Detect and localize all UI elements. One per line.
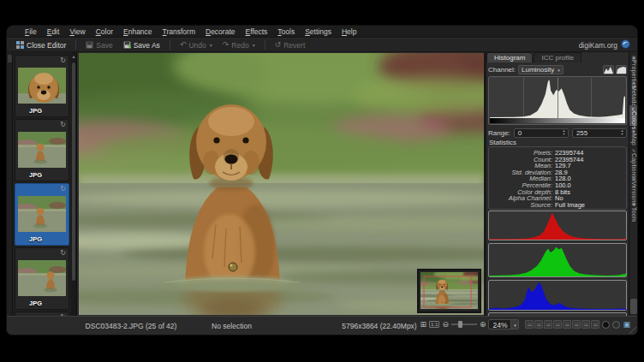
sidebar-tab-map[interactable]: ◉Map [629,128,637,146]
histogram-blue [488,280,627,311]
revert-button[interactable]: ↺ Revert [272,40,308,50]
save-as-button[interactable]: Save As [121,40,163,50]
right-sidebar-tabs: ▣Properties✦Metadata◧Colors◉Map✎Captions… [629,52,637,316]
redo-dropdown-arrow[interactable]: ▾ [253,42,255,48]
pan-overview[interactable] [408,269,484,312]
menu-color[interactable]: Color [92,27,117,37]
close-editor-button[interactable]: Close Editor [14,40,69,50]
rotate-icon: ↻ [60,121,66,128]
thumbnail-image [18,260,66,296]
status-tool-button[interactable]: ▭ [544,320,552,329]
thumbnail-item[interactable]: ↻JPG [15,119,69,181]
fit-to-window-icon[interactable]: ⊞ [420,320,426,329]
status-tool-button[interactable]: ▭ [591,320,599,329]
range-min-spinbox[interactable]: 0 ▲▼ [514,128,569,138]
sidebar-tab-versions[interactable]: ▦Versions [629,175,637,200]
zoom-percent-value: 24% [488,319,511,329]
redo-icon: ↷ [223,41,230,49]
thumbnail-item[interactable]: ↻JPG [15,55,69,117]
digikam-brand: digiKam.org [579,39,630,50]
dimensions-status: 5796x3864 (22.40Mpx) [332,322,426,330]
tab-icc-profile[interactable]: ICC profile [534,52,581,62]
zoom-slider-knob[interactable] [458,321,462,328]
status-tool-buttons: ▭▭▭▭▭▭▭▭ [525,320,599,329]
undo-button[interactable]: ↶ Undo ▾ [177,40,215,50]
sidebar-tab-label: Tools [631,207,637,222]
sidebar-tab-tools[interactable]: ✱Tools [629,201,637,221]
sidebar-tab-properties[interactable]: ▣Properties [629,54,637,79]
zoom-out-icon[interactable]: ⊖ [442,320,449,329]
menu-transform[interactable]: Transform [158,27,200,37]
sidebar-tab-captions[interactable]: ✎Captions [629,147,637,174]
channel-dropdown[interactable]: Luminosity ▾ [518,65,564,74]
image-canvas[interactable] [79,53,484,315]
stat-value: Full Image [555,202,585,209]
menu-help[interactable]: Help [337,27,361,37]
histogram-cursor[interactable] [558,78,558,118]
menu-edit[interactable]: Edit [43,27,64,37]
menu-tools[interactable]: Tools [273,27,299,37]
menu-decorate[interactable]: Decorate [201,27,240,37]
sidebar-tab-metadata[interactable]: ✦Metadata [629,80,637,104]
sidebar-tab-label: Map [631,134,637,145]
status-tool-button[interactable]: ▭ [553,320,562,329]
revert-label: Revert [283,41,305,50]
status-tool-button[interactable]: ▭ [525,320,534,329]
thumbnail-bar: ↻JPG↻JPG↻JPG↻JPG↻ ▲ [13,52,77,316]
revert-icon: ↺ [275,41,282,49]
save-label: Save [96,41,112,50]
sidebar-grip[interactable] [630,299,637,314]
thumbnail-image [18,132,66,168]
status-tool-button[interactable]: ▭ [581,320,590,329]
save-button[interactable]: Save [83,40,115,50]
menu-view[interactable]: View [65,27,89,37]
zoom-100-button[interactable]: 1:1 [429,321,439,328]
status-tool-button[interactable]: ▭ [563,320,571,329]
undo-icon: ↶ [180,41,187,49]
zoom-in-icon[interactable]: ⊕ [480,320,486,329]
thumbnail-item[interactable]: ↻JPG [15,247,69,310]
status-tool-button[interactable]: ▭ [534,320,543,329]
format-badge: JPG [29,107,42,115]
save-as-label: Save As [134,41,160,50]
left-sidebar-toggle[interactable] [8,55,12,62]
scroll-up-arrow-icon[interactable]: ▲ [71,53,76,60]
menu-file[interactable]: File [21,27,41,37]
spinner-arrows-icon[interactable]: ▲▼ [561,129,567,137]
tab-histogram[interactable]: Histogram [486,52,533,62]
log-scale-button[interactable] [616,65,627,74]
rotate-icon: ↻ [60,56,66,64]
sidebar-tab-colors[interactable]: ◧Colors [629,105,637,127]
spinner-arrows-icon[interactable]: ▲▼ [619,129,625,137]
format-badge: JPG [29,235,42,243]
zoom-percent-combo[interactable]: 24% ▾ [488,319,519,329]
zoom-slider[interactable] [451,323,477,325]
menu-enhance[interactable]: Enhance [119,27,157,37]
under-exposure-indicator-button[interactable] [602,321,610,329]
scrollbar-handle[interactable] [72,62,75,281]
thumbnail-item[interactable]: ↻JPG [15,183,69,246]
menu-effects[interactable]: Effects [242,27,272,37]
menu-settings[interactable]: Settings [301,27,336,37]
chevron-down-icon[interactable]: ▾ [511,319,519,329]
thumbnail-scrollbar[interactable]: ▲ [71,52,76,316]
save-as-icon [123,41,131,49]
rotate-icon: ↻ [60,185,66,193]
redo-button[interactable]: ↷ Redo ▾ [220,40,258,50]
window-resize-grip[interactable] [629,327,636,334]
thumbnail-image [18,68,66,104]
stat-label: Source: [489,202,552,209]
toolbar-separator [75,40,76,50]
desktop: FileEditViewColorEnhanceTransformDecorat… [0,0,644,362]
editor-main-area: ↻JPG↻JPG↻JPG↻JPG↻ ▲ [7,52,637,316]
linear-scale-button[interactable] [603,65,614,74]
redo-label: Redo [231,41,248,50]
chevron-down-icon: ▾ [558,68,560,73]
left-sidebar-strip[interactable] [7,52,13,316]
status-tool-button[interactable]: ▭ [572,320,581,329]
range-max-value: 255 [576,129,587,137]
range-max-spinbox[interactable]: 255 ▲▼ [572,128,627,138]
undo-dropdown-arrow[interactable]: ▾ [210,42,212,48]
histogram-luminosity[interactable] [488,76,627,125]
over-exposure-indicator-button[interactable] [612,321,620,329]
